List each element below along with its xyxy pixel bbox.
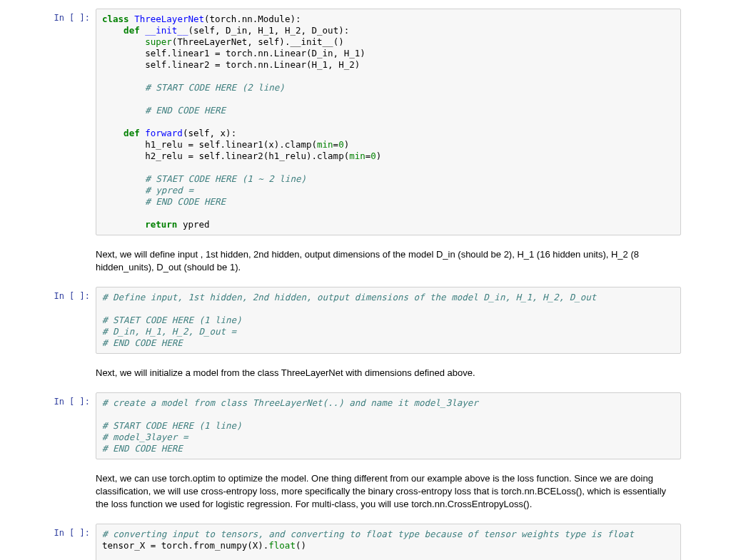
method-name: __init__ bbox=[145, 25, 188, 36]
empty-prompt: In [ ]: bbox=[50, 244, 96, 258]
code-input[interactable]: # Define input, 1st hidden, 2nd hidden, … bbox=[96, 287, 681, 354]
comment: # START CODE HERE (2 line) bbox=[102, 82, 285, 93]
code-input[interactable]: class ThreeLayerNet(torch.nn.Module): de… bbox=[96, 9, 681, 235]
markdown-cell: In [ ]: Next, we will define input , 1st… bbox=[0, 238, 731, 284]
code-input[interactable]: # create a model from class ThreeLayerNe… bbox=[96, 392, 681, 459]
kwarg-min: min bbox=[317, 139, 333, 150]
builtin-super: super bbox=[145, 36, 172, 47]
comment: # create a model from class ThreeLayerNe… bbox=[102, 397, 478, 408]
code-cell: In [ ]: # Define input, 1st hidden, 2nd … bbox=[0, 284, 731, 357]
keyword-def: def bbox=[123, 25, 140, 36]
input-prompt: In [ ]: bbox=[50, 524, 96, 538]
keyword-return: return bbox=[145, 219, 177, 230]
comment: # STAET CODE HERE (1 ~ 2 line) bbox=[102, 173, 306, 184]
method-name: forward bbox=[145, 128, 183, 138]
notebook: In [ ]: class ThreeLayerNet(torch.nn.Mod… bbox=[0, 0, 731, 560]
markdown-cell: In [ ]: Next, we will initialize a model… bbox=[0, 357, 731, 390]
input-prompt: In [ ]: bbox=[50, 392, 96, 407]
input-prompt: In [ ]: bbox=[50, 287, 96, 301]
keyword-class: class bbox=[102, 14, 129, 24]
builtin-float: float bbox=[268, 540, 296, 551]
empty-prompt: In [ ]: bbox=[50, 468, 96, 482]
comment: # ypred = bbox=[102, 185, 193, 195]
markdown-text: Next, we can use torch.optim to optimize… bbox=[96, 468, 681, 515]
comment: # converting input to tensors, and conve… bbox=[102, 529, 634, 539]
markdown-cell: In [ ]: Next, we can use torch.optim to … bbox=[0, 462, 731, 521]
comment: # D_in, H_1, H_2, D_out = bbox=[102, 326, 236, 337]
markdown-text: Next, we will define input , 1st hidden,… bbox=[96, 244, 681, 278]
comment: # model_3layer = bbox=[102, 432, 188, 442]
comment: # Define input, 1st hidden, 2nd hidden, … bbox=[102, 292, 596, 302]
comment: # END CODE HERE bbox=[102, 443, 183, 454]
code-cell: In [ ]: # converting input to tensors, a… bbox=[0, 521, 731, 560]
comment: # STAET CODE HERE (1 line) bbox=[102, 315, 242, 325]
empty-prompt: In [ ]: bbox=[50, 362, 96, 377]
code-input[interactable]: # converting input to tensors, and conve… bbox=[96, 524, 681, 560]
markdown-text: Next, we will initialize a model from th… bbox=[96, 362, 681, 384]
code-cell: In [ ]: class ThreeLayerNet(torch.nn.Mod… bbox=[0, 6, 731, 238]
input-prompt: In [ ]: bbox=[50, 9, 96, 23]
comment: # END CODE HERE bbox=[102, 105, 226, 116]
comment: # END CODE HERE bbox=[102, 196, 226, 207]
class-name: ThreeLayerNet bbox=[134, 14, 204, 24]
code-cell: In [ ]: # create a model from class Thre… bbox=[0, 390, 731, 462]
keyword-def: def bbox=[123, 128, 140, 138]
kwarg-min: min bbox=[349, 151, 366, 161]
comment: # START CODE HERE (1 line) bbox=[102, 420, 242, 431]
comment: # END CODE HERE bbox=[102, 337, 183, 348]
